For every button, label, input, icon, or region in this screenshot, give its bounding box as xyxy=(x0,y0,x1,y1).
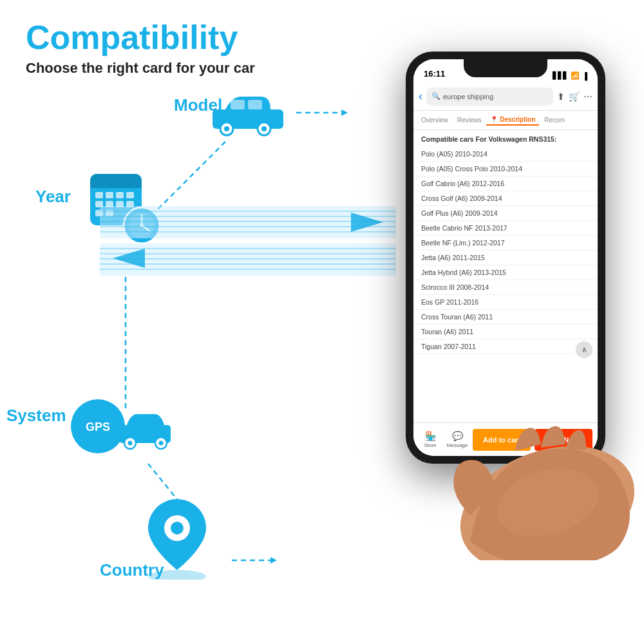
svg-point-54 xyxy=(148,570,206,580)
cart-icon[interactable]: 🛒 xyxy=(569,91,580,102)
main-container: Compatibility Choose the right card for … xyxy=(0,0,644,644)
tab-overview[interactable]: Overview xyxy=(417,115,452,125)
tab-description[interactable]: 📍 Description xyxy=(486,115,539,126)
battery-icon: ▐ xyxy=(582,72,587,80)
page-subtitle: Choose the right card for your car xyxy=(26,60,255,77)
list-item: Jetta Hybrid (A6) 2013-2015 xyxy=(413,265,598,280)
svg-rect-20 xyxy=(126,192,134,198)
signal-icon: ▋▋▋ xyxy=(553,71,568,80)
svg-text:GPS: GPS xyxy=(86,421,110,433)
system-label: System xyxy=(6,406,66,426)
svg-point-52 xyxy=(128,441,133,446)
browser-actions: ⬆ 🛒 ⋯ xyxy=(557,91,592,102)
hand-svg xyxy=(419,316,644,560)
svg-rect-17 xyxy=(95,192,103,198)
map-pin-icon xyxy=(138,496,216,580)
svg-point-56 xyxy=(171,522,184,535)
svg-point-53 xyxy=(159,441,164,446)
list-item: Eos GP 2011-2016 xyxy=(413,295,598,310)
tabs-bar: Overview Reviews 📍 Description Recom xyxy=(413,111,598,130)
browser-bar: ‹ 🔍 europe shipping ⬆ 🛒 ⋯ xyxy=(413,82,598,111)
status-icons: ▋▋▋ 📶 ▐ xyxy=(553,71,587,80)
phone-notch xyxy=(464,59,547,77)
svg-point-11 xyxy=(261,126,267,131)
list-item: Golf Cabrio (A6) 2012-2016 xyxy=(413,176,598,191)
tab-recom[interactable]: Recom xyxy=(540,115,569,125)
svg-rect-12 xyxy=(231,100,245,109)
list-item: Beetle Cabrio NF 2013-2017 xyxy=(413,221,598,236)
wifi-icon: 📶 xyxy=(571,71,580,80)
year-label: Year xyxy=(35,187,71,207)
more-icon[interactable]: ⋯ xyxy=(583,91,592,102)
list-item: Golf Plus (A6) 2009-2014 xyxy=(413,206,598,221)
title-section: Compatibility Choose the right card for … xyxy=(26,19,255,77)
list-header: Compatible cars For Volkswagen RNS315: xyxy=(413,133,598,147)
list-item: Polo (A05) 2010-2014 xyxy=(413,147,598,162)
share-icon[interactable]: ⬆ xyxy=(557,91,565,102)
page-title: Compatibility xyxy=(26,19,255,56)
svg-rect-13 xyxy=(248,100,262,109)
search-icon: 🔍 xyxy=(431,92,440,100)
back-button[interactable]: ‹ xyxy=(419,90,422,103)
list-item: Cross Golf (A6) 2009-2014 xyxy=(413,191,598,206)
status-time: 16:11 xyxy=(424,69,445,80)
svg-rect-19 xyxy=(116,192,124,198)
tab-reviews[interactable]: Reviews xyxy=(453,115,486,125)
svg-rect-16 xyxy=(90,182,142,188)
car-icon-top xyxy=(206,87,290,138)
phone-container: 16:11 ▋▋▋ 📶 ▐ ‹ 🔍 europe shipping xyxy=(386,52,631,541)
list-item: Polo (A05) Cross Polo 2010-2014 xyxy=(413,162,598,176)
search-bar[interactable]: 🔍 europe shipping xyxy=(426,88,553,106)
svg-point-10 xyxy=(224,126,229,131)
list-item: Beetle NF (Lim.) 2012-2017 xyxy=(413,236,598,251)
arrows-area xyxy=(100,206,396,277)
svg-marker-4 xyxy=(270,557,277,564)
gps-car-icon: GPS xyxy=(71,396,174,457)
svg-marker-6 xyxy=(341,109,348,116)
list-item: Jetta (A6) 2011-2015 xyxy=(413,251,598,265)
search-text: europe shipping xyxy=(443,93,493,100)
list-item: Scirocco III 2008-2014 xyxy=(413,280,598,295)
svg-rect-18 xyxy=(106,192,113,198)
